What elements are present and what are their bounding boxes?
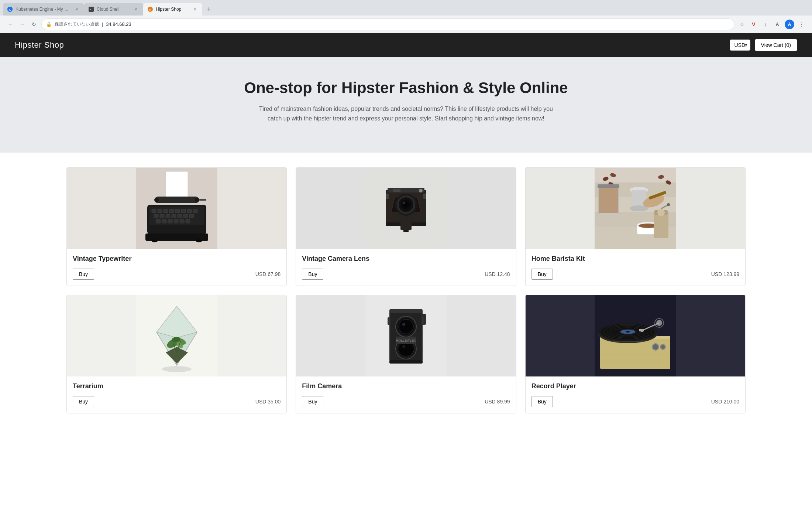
svg-rect-23 [183,214,188,218]
buy-button-barista-kit[interactable]: Buy [531,269,553,280]
svg-rect-11 [158,209,162,213]
product-card-record-player: Record Player Buy USD 210.00 [525,295,746,413]
product-card-vintage-typewriter: Vintage Typewriter Buy USD 67.98 [66,167,287,286]
hero-title: One-stop for Hipster Fashion & Style Onl… [15,79,797,97]
svg-text:ROLLEIFLEX: ROLLEIFLEX [396,339,416,342]
svg-point-45 [403,202,405,204]
svg-rect-18 [154,214,158,218]
svg-rect-26 [162,219,166,223]
tab-cloudshell[interactable]: >_ Cloud Shell ✕ [84,3,143,16]
svg-rect-20 [166,214,170,218]
bookmark-button[interactable]: ☆ [737,20,746,29]
reload-button[interactable]: ↻ [30,20,38,29]
product-price-barista-kit: USD 123.99 [711,271,739,277]
product-actions-terrarium: Buy USD 35.00 [73,396,281,407]
product-price-film-camera: USD 89.99 [485,399,510,405]
product-info-vintage-typewriter: Vintage Typewriter Buy USD 67.98 [67,249,286,286]
products-grid: Vintage Typewriter Buy USD 67.98 [66,167,746,413]
tab-kubernetes[interactable]: K Kubernetes Engine - My Proje... ✕ [3,3,84,16]
svg-rect-13 [169,209,174,213]
svg-rect-16 [187,209,192,213]
product-image-terrarium [67,295,286,376]
product-image-record-player [526,295,745,376]
svg-rect-14 [175,209,180,213]
svg-point-81 [667,203,670,206]
svg-rect-21 [172,214,176,218]
svg-rect-117 [389,360,423,364]
svg-point-32 [154,198,159,202]
app-logo: Hipster Shop [15,40,64,50]
svg-rect-34 [199,199,206,201]
svg-point-130 [626,331,630,333]
buy-button-vintage-camera[interactable]: Buy [302,269,323,280]
security-text: 保護されていない通信 [55,21,99,27]
svg-rect-22 [178,214,182,218]
buy-button-record-player[interactable]: Buy [531,396,553,407]
product-actions-vintage-typewriter: Buy USD 67.98 [73,269,281,280]
tab-bar: K Kubernetes Engine - My Proje... ✕ >_ C… [0,0,812,16]
product-info-film-camera: Film Camera Buy USD 89.99 [296,376,516,413]
svg-point-79 [657,209,665,216]
profile-button[interactable]: A [785,20,794,29]
buy-button-terrarium[interactable]: Buy [73,396,94,407]
svg-rect-66 [599,187,618,213]
tab-kubernetes-close[interactable]: ✕ [74,6,80,12]
svg-rect-52 [400,222,412,230]
svg-rect-47 [393,189,400,192]
address-bar: ← → ↻ 🔒 保護されていない通信 | 34.84.68.23 ☆ V ↓ A… [0,16,812,33]
svg-rect-10 [152,209,156,213]
tab-hipster[interactable]: H Hipster Shop ✕ [143,3,202,16]
translate-button[interactable]: A [773,20,782,29]
svg-rect-50 [423,194,426,199]
back-button[interactable]: ← [6,20,15,29]
svg-rect-17 [193,209,197,213]
svg-rect-113 [388,317,390,325]
product-actions-record-player: Buy USD 210.00 [531,396,739,407]
product-name-film-camera: Film Camera [302,382,510,390]
product-price-record-player: USD 210.00 [711,399,739,405]
product-card-vintage-camera: Vintage Camera Lens Buy USD 12.48 [296,167,516,286]
svg-rect-12 [164,209,168,213]
svg-rect-15 [181,209,186,213]
svg-rect-30 [186,219,190,223]
svg-text:K: K [9,8,11,11]
svg-point-101 [402,323,405,326]
buy-button-vintage-typewriter[interactable]: Buy [73,269,94,280]
hero-subtitle: Tired of mainstream fashion ideas, popul… [258,104,554,123]
product-name-vintage-camera: Vintage Camera Lens [302,255,510,263]
svg-point-109 [402,345,405,348]
product-price-vintage-typewriter: USD 67.98 [255,271,281,277]
menu-button[interactable]: ⋮ [797,20,806,29]
svg-rect-110 [389,309,423,313]
browser-chrome: K Kubernetes Engine - My Proje... ✕ >_ C… [0,0,812,33]
product-actions-film-camera: Buy USD 89.99 [302,396,510,407]
new-tab-button[interactable]: + [204,4,214,14]
buy-button-film-camera[interactable]: Buy [302,396,323,407]
svg-rect-7 [166,171,188,197]
svg-point-106 [399,342,413,355]
svg-text:>_: >_ [90,8,93,11]
url-bar[interactable]: 🔒 保護されていない通信 | 34.84.68.23 [41,18,734,30]
download-button[interactable]: ↓ [761,20,770,29]
vivaldi-button[interactable]: V [749,20,758,29]
svg-rect-53 [403,230,409,232]
svg-rect-25 [156,219,161,223]
svg-rect-49 [386,194,389,199]
svg-point-48 [419,189,423,192]
product-name-terrarium: Terrarium [73,382,281,390]
currency-select[interactable]: USD EUR JPY GBP [730,40,750,51]
product-price-vintage-camera: USD 12.48 [485,271,510,277]
product-actions-barista-kit: Buy USD 123.99 [531,269,739,280]
tab-hipster-close[interactable]: ✕ [192,6,198,12]
security-indicator: 🔒 [46,22,52,27]
product-image-vintage-typewriter [67,168,286,249]
url-separator: | [102,22,103,27]
svg-point-100 [400,320,412,333]
svg-point-37 [196,239,202,242]
product-info-terrarium: Terrarium Buy USD 35.00 [67,376,286,413]
product-image-vintage-camera [296,168,516,249]
svg-rect-27 [168,219,172,223]
view-cart-button[interactable]: View Cart (0) [755,39,797,51]
forward-button[interactable]: → [18,20,27,29]
tab-cloudshell-close[interactable]: ✕ [133,6,139,12]
